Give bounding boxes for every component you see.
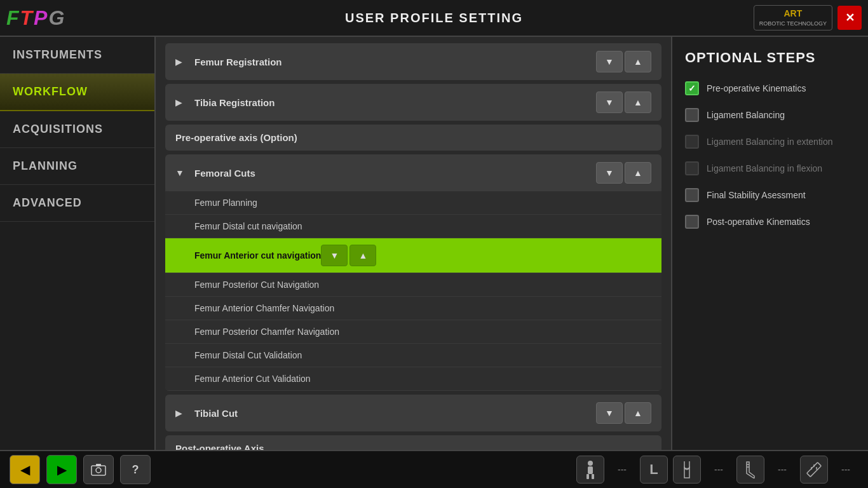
sidebar-item-acquisitions[interactable]: ACQUISITIONS — [0, 111, 154, 148]
post-op-kinematics-label: Post-operative Kinematics — [707, 217, 810, 227]
femur-registration-controls: ▼ ▲ — [596, 51, 651, 72]
footer: ◀ ▶ ? --- L --- — [0, 450, 868, 488]
app-logo: F T P G — [6, 6, 64, 30]
femoral-cuts-arrow: ▼ — [175, 168, 188, 178]
sidebar-item-instruments[interactable]: INSTRUMENTS — [0, 37, 154, 74]
femur-registration-arrow: ▶ — [175, 57, 188, 67]
svg-rect-5 — [587, 474, 589, 479]
pre-op-kinematics-item: Pre-operative Kinematics — [685, 81, 855, 95]
tool-icon — [736, 456, 764, 484]
femoral-cuts-title: Femoral Cuts — [194, 168, 596, 179]
femur-registration-title: Femur Registration — [194, 57, 596, 67]
femur-posterior-cut-nav-item[interactable]: Femur Posterior Cut Navigation — [165, 273, 661, 297]
ruler-status-text: --- — [833, 464, 858, 475]
sidebar-item-planning[interactable]: PLANNING — [0, 148, 154, 185]
optional-steps-title: OPTIONAL STEPS — [685, 50, 855, 66]
art-logo: ART ROBOTIC TECHNOLOGY — [754, 5, 832, 30]
ruler-icon — [800, 456, 828, 484]
tibia-registration-section: ▶ Tibia Registration ▼ ▲ — [165, 84, 661, 121]
final-stability-checkbox[interactable] — [685, 188, 699, 202]
tibia-registration-up[interactable]: ▲ — [625, 92, 651, 113]
play-button[interactable]: ▶ — [46, 455, 77, 484]
pre-operative-axis-section[interactable]: Pre-operative axis (Option) — [165, 125, 661, 151]
post-op-kinematics-checkbox[interactable] — [685, 215, 699, 229]
femoral-cuts-controls: ▼ ▲ — [596, 162, 651, 184]
help-button[interactable]: ? — [120, 455, 151, 484]
femur-anterior-cut-nav-label: Femur Anterior cut navigation — [194, 250, 321, 261]
logo-p: P — [34, 6, 47, 30]
l-icon: L — [640, 456, 668, 484]
camera-button[interactable] — [83, 455, 114, 484]
tibial-cut-header[interactable]: ▶ Tibial Cut ▼ ▲ — [165, 395, 661, 431]
person-status-text: --- — [609, 464, 635, 475]
tibia-registration-header[interactable]: ▶ Tibia Registration ▼ ▲ — [165, 84, 661, 121]
tibial-cut-arrow: ▶ — [175, 408, 188, 418]
ligament-balancing-checkbox[interactable] — [685, 108, 699, 122]
header: F T P G USER PROFILE SETTING ART ROBOTIC… — [0, 0, 868, 37]
camera-icon — [91, 463, 106, 476]
ligament-balancing-flexion-label: Ligament Balancing in flexion — [707, 163, 822, 173]
femur-registration-up[interactable]: ▲ — [625, 51, 651, 72]
femoral-cuts-header[interactable]: ▼ Femoral Cuts ▼ ▲ — [165, 154, 661, 191]
footer-status: --- L --- --- --- — [576, 456, 858, 484]
pre-op-kinematics-checkbox[interactable] — [685, 81, 699, 95]
femoral-cuts-items: Femur Planning Femur Distal cut navigati… — [165, 191, 661, 391]
post-op-kinematics-item: Post-operative Kinematics — [685, 215, 855, 229]
logo-t: T — [20, 6, 33, 30]
ligament-balancing-item: Ligament Balancing — [685, 108, 855, 122]
femoral-cuts-down[interactable]: ▼ — [596, 162, 623, 184]
femur-anterior-cut-val-item[interactable]: Femur Anterior Cut Validation — [165, 367, 661, 391]
knee-icon — [673, 456, 701, 484]
ligament-balancing-label: Ligament Balancing — [707, 110, 785, 120]
tibia-registration-arrow: ▶ — [175, 97, 188, 107]
pre-op-kinematics-label: Pre-operative Kinematics — [707, 83, 806, 93]
active-item-up[interactable]: ▲ — [349, 245, 376, 266]
svg-rect-2 — [96, 464, 101, 466]
femoral-cuts-up[interactable]: ▲ — [625, 162, 651, 184]
person-icon — [576, 456, 604, 484]
workflow-content: ▶ Femur Registration ▼ ▲ ▶ Tibia Registr… — [156, 37, 671, 450]
sidebar-item-advanced[interactable]: ADVANCED — [0, 185, 154, 222]
active-item-down[interactable]: ▼ — [321, 245, 348, 266]
ligament-balancing-flexion-item: Ligament Balancing in flexion — [685, 161, 855, 175]
tibia-registration-title: Tibia Registration — [194, 97, 596, 108]
post-operative-axis-section[interactable]: Post-operative Axis — [165, 435, 661, 450]
tibial-cut-section: ▶ Tibial Cut ▼ ▲ — [165, 395, 661, 431]
svg-point-3 — [588, 461, 593, 466]
final-stability-item: Final Stability Asessment — [685, 188, 855, 202]
ligament-balancing-extension-checkbox[interactable] — [685, 135, 699, 149]
ligament-balancing-extension-label: Ligament Balancing in extention — [707, 137, 832, 147]
femur-registration-section: ▶ Femur Registration ▼ ▲ — [165, 43, 661, 80]
header-right: ART ROBOTIC TECHNOLOGY ✕ — [754, 5, 862, 30]
final-stability-label: Final Stability Asessment — [707, 190, 806, 200]
tibial-cut-title: Tibial Cut — [194, 408, 596, 419]
ligament-balancing-flexion-checkbox[interactable] — [685, 161, 699, 175]
svg-rect-4 — [588, 466, 593, 474]
page-title: USER PROFILE SETTING — [345, 11, 523, 25]
tibial-cut-down[interactable]: ▼ — [596, 402, 623, 424]
svg-rect-6 — [592, 474, 594, 479]
tibial-cut-up[interactable]: ▲ — [625, 402, 651, 424]
ligament-balancing-extension-item: Ligament Balancing in extention — [685, 135, 855, 149]
femur-distal-cut-nav-item[interactable]: Femur Distal cut navigation — [165, 215, 661, 238]
active-item-controls: ▼ ▲ — [321, 245, 376, 266]
tibial-cut-controls: ▼ ▲ — [596, 402, 651, 424]
knee-status-text: --- — [706, 464, 731, 475]
tool-status-text: --- — [770, 464, 795, 475]
tibia-registration-down[interactable]: ▼ — [596, 92, 623, 113]
femur-anterior-chamfer-nav-item[interactable]: Femur Anterior Chamfer Navigation — [165, 297, 661, 320]
logo-f: F — [6, 6, 19, 30]
femur-registration-header[interactable]: ▶ Femur Registration ▼ ▲ — [165, 43, 661, 80]
sidebar: INSTRUMENTS WORKFLOW ACQUISITIONS PLANNI… — [0, 37, 156, 450]
svg-point-1 — [96, 468, 101, 473]
femur-registration-down[interactable]: ▼ — [596, 51, 623, 72]
logo-g: G — [48, 6, 64, 30]
close-button[interactable]: ✕ — [837, 6, 862, 30]
femur-planning-item[interactable]: Femur Planning — [165, 191, 661, 215]
back-button[interactable]: ◀ — [10, 455, 40, 484]
femur-posterior-chamfer-nav-item[interactable]: Femur Posterior Chamfer Navigation — [165, 320, 661, 344]
tibia-registration-controls: ▼ ▲ — [596, 92, 651, 113]
femur-distal-cut-val-item[interactable]: Femur Distal Cut Validation — [165, 344, 661, 367]
sidebar-item-workflow[interactable]: WORKFLOW — [0, 74, 154, 111]
femur-anterior-cut-nav-item[interactable]: Femur Anterior cut navigation ▼ ▲ — [165, 238, 661, 273]
